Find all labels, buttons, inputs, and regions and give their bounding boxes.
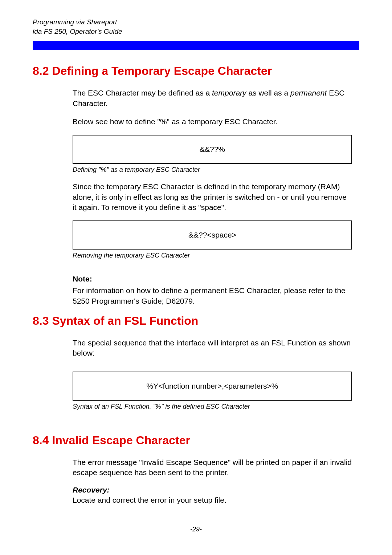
code-box-remove-esc: &&??<space> (73, 220, 352, 250)
page-number: -29- (0, 526, 392, 533)
header-rule (33, 41, 359, 50)
code-box-fsl-syntax: %Y<function number>,<parameters>% (73, 372, 352, 401)
section-8-2-body: The ESC Character may be defined as a te… (73, 88, 352, 306)
section-8-3-title: 8.3 Syntax of an FSL Function (33, 314, 359, 328)
text: as well as a (246, 89, 290, 97)
section-8-2-title: 8.2 Defining a Temporary Escape Characte… (33, 64, 359, 78)
caption-fsl-syntax: Syntax of an FSL Function. "%" is the de… (73, 403, 352, 410)
code-box-define-esc: &&??% (73, 135, 352, 164)
recovery-label: Recovery: (73, 486, 352, 494)
caption-define-esc: Defining "%" as a temporary ESC Characte… (73, 166, 352, 174)
s83-p1: The special sequence that the interface … (73, 338, 352, 358)
section-8-4-title: 8.4 Invalid Escape Character (33, 434, 359, 447)
running-header: Programming via Shareport ida FS 250, Op… (33, 17, 359, 36)
s82-p2: Below see how to define "%" as a tempora… (73, 117, 352, 127)
s84-p1: The error message "Invalid Escape Sequen… (73, 457, 352, 478)
note-label: Note: (73, 275, 352, 283)
text: The ESC Character may be defined as a (73, 89, 212, 97)
s82-p1: The ESC Character may be defined as a te… (73, 88, 352, 109)
emph-permanent: permanent (290, 89, 327, 97)
document-page: Programming via Shareport ida FS 250, Op… (0, 0, 392, 555)
header-line-1: Programming via Shareport (33, 17, 359, 27)
section-8-3-body: The special sequence that the interface … (73, 338, 352, 410)
recovery-text: Locate and correct the error in your set… (73, 495, 352, 505)
emph-temporary: temporary (212, 89, 246, 97)
header-line-2: ida FS 250, Operator's Guide (33, 27, 359, 36)
caption-remove-esc: Removing the temporary ESC Character (73, 252, 352, 259)
s82-p3: Since the temporary ESC Character is def… (73, 182, 352, 212)
note-text: For information on how to define a perma… (73, 285, 352, 306)
section-8-4-body: The error message "Invalid Escape Sequen… (73, 457, 352, 506)
